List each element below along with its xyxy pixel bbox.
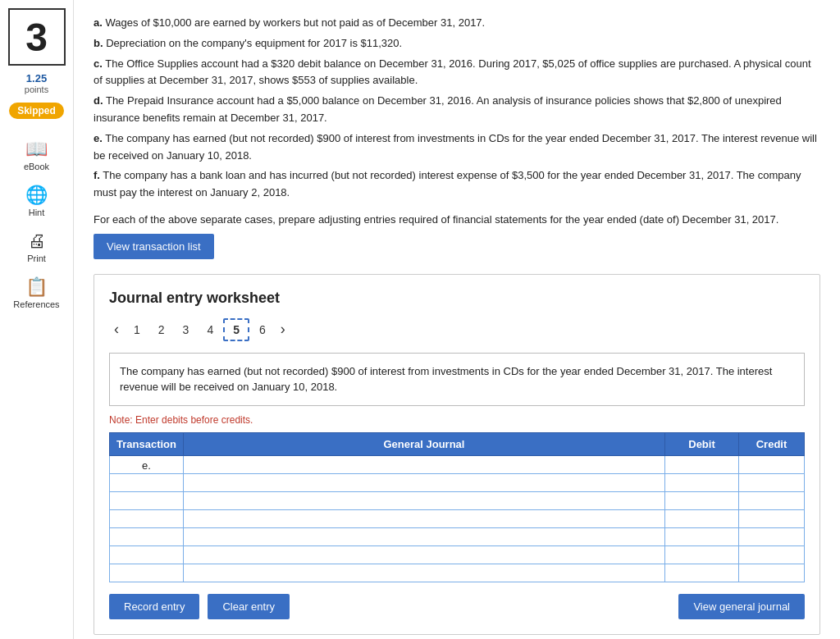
credit-input[interactable] <box>739 528 804 545</box>
view-general-journal-button[interactable]: View general journal <box>678 594 805 619</box>
debit-input[interactable] <box>665 474 738 491</box>
table-row <box>110 564 805 582</box>
col-header-general-journal: General Journal <box>183 432 664 455</box>
debit-input[interactable] <box>665 528 738 545</box>
credit-cell[interactable] <box>739 509 805 527</box>
page-5-button[interactable]: 5 <box>223 318 249 341</box>
page-6-button[interactable]: 6 <box>251 320 274 340</box>
problem-intro: For each of the above separate cases, pr… <box>94 213 820 226</box>
worksheet-title: Journal entry worksheet <box>109 290 805 307</box>
sidebar: 3 1.25 points Skipped 📖 eBook 🌐 Hint 🖨 P… <box>0 0 74 639</box>
credit-input[interactable] <box>739 510 804 527</box>
debit-input[interactable] <box>665 564 738 582</box>
problem-a: Wages of $10,000 are earned by workers b… <box>105 16 485 29</box>
general-journal-cell[interactable] <box>183 564 664 582</box>
transaction-cell: e. <box>110 455 184 473</box>
debit-input[interactable] <box>665 492 738 509</box>
problem-c: The Office Supplies account had a $320 d… <box>94 57 811 87</box>
hint-icon: 🌐 <box>25 185 48 206</box>
transaction-cell <box>110 527 184 545</box>
debit-cell[interactable] <box>665 491 739 509</box>
sidebar-item-hint[interactable]: 🌐 Hint <box>25 185 48 217</box>
general-journal-input[interactable] <box>184 564 664 582</box>
debit-cell[interactable] <box>665 509 739 527</box>
prev-page-button[interactable]: ‹ <box>109 319 124 340</box>
debit-input[interactable] <box>665 546 738 564</box>
main-content: a. Wages of $10,000 are earned by worker… <box>74 0 840 639</box>
general-journal-cell[interactable] <box>183 545 664 564</box>
general-journal-input[interactable] <box>184 546 664 564</box>
problem-text: a. Wages of $10,000 are earned by worker… <box>94 15 820 202</box>
debit-cell[interactable] <box>665 545 739 564</box>
general-journal-cell[interactable] <box>183 491 664 509</box>
table-row: e. <box>110 455 805 473</box>
problem-e: The company has earned (but not recorded… <box>94 132 817 162</box>
debit-cell[interactable] <box>665 455 739 473</box>
general-journal-input[interactable] <box>184 528 664 545</box>
debit-cell[interactable] <box>665 564 739 582</box>
page-3-button[interactable]: 3 <box>175 320 198 340</box>
problem-f: The company has a bank loan and has incu… <box>94 169 801 199</box>
credit-cell[interactable] <box>739 527 805 545</box>
general-journal-input[interactable] <box>184 474 664 491</box>
page-2-button[interactable]: 2 <box>150 320 173 340</box>
credit-input[interactable] <box>739 546 804 564</box>
worksheet: Journal entry worksheet ‹ 1 2 3 4 5 6 › … <box>94 274 820 635</box>
references-label: References <box>13 299 59 309</box>
table-row <box>110 509 805 527</box>
entry-note: Note: Enter debits before credits. <box>109 414 805 426</box>
general-journal-input[interactable] <box>184 456 664 473</box>
print-label: Print <box>27 253 46 263</box>
credit-input[interactable] <box>739 564 804 582</box>
credit-cell[interactable] <box>739 564 805 582</box>
transaction-cell <box>110 473 184 491</box>
table-row <box>110 473 805 491</box>
debit-input[interactable] <box>665 510 738 527</box>
col-header-debit: Debit <box>665 432 739 455</box>
view-transaction-button[interactable]: View transaction list <box>94 234 214 259</box>
col-header-credit: Credit <box>739 432 805 455</box>
credit-cell[interactable] <box>739 455 805 473</box>
problem-b: Depreciation on the company's equipment … <box>106 37 402 49</box>
credit-input[interactable] <box>739 492 804 509</box>
credit-input[interactable] <box>739 474 804 491</box>
skipped-badge: Skipped <box>9 103 64 119</box>
sidebar-item-references[interactable]: 📋 References <box>13 276 59 309</box>
page-4-button[interactable]: 4 <box>199 320 221 340</box>
transaction-cell <box>110 491 184 509</box>
points-value: 1.25 <box>26 72 47 84</box>
general-journal-cell[interactable] <box>183 527 664 545</box>
journal-table: Transaction General Journal Debit Credit… <box>109 432 805 582</box>
entry-description: The company has earned (but not recorded… <box>109 353 805 406</box>
general-journal-cell[interactable] <box>183 473 664 491</box>
general-journal-cell[interactable] <box>183 509 664 527</box>
print-icon: 🖨 <box>28 230 46 252</box>
debit-cell[interactable] <box>665 527 739 545</box>
record-entry-button[interactable]: Record entry <box>109 594 199 619</box>
action-buttons: Record entry Clear entry View general jo… <box>109 594 805 619</box>
col-header-transaction: Transaction <box>110 432 184 455</box>
ebook-icon: 📖 <box>25 139 48 160</box>
general-journal-input[interactable] <box>184 492 664 509</box>
table-row <box>110 545 805 564</box>
table-row <box>110 527 805 545</box>
references-icon: 📋 <box>25 276 48 298</box>
sidebar-item-print[interactable]: 🖨 Print <box>27 230 46 263</box>
hint-label: Hint <box>29 208 45 217</box>
debit-cell[interactable] <box>665 473 739 491</box>
clear-entry-button[interactable]: Clear entry <box>208 594 290 619</box>
transaction-cell <box>110 545 184 564</box>
next-page-button[interactable]: › <box>276 319 290 340</box>
page-1-button[interactable]: 1 <box>126 320 148 340</box>
ebook-label: eBook <box>24 162 49 171</box>
credit-cell[interactable] <box>739 473 805 491</box>
transaction-cell <box>110 564 184 582</box>
sidebar-item-ebook[interactable]: 📖 eBook <box>24 139 49 171</box>
debit-input[interactable] <box>665 456 738 473</box>
credit-input[interactable] <box>739 456 804 473</box>
general-journal-input[interactable] <box>184 510 664 527</box>
general-journal-cell[interactable] <box>183 455 664 473</box>
points-label: points <box>25 84 48 94</box>
credit-cell[interactable] <box>739 545 805 564</box>
credit-cell[interactable] <box>739 491 805 509</box>
